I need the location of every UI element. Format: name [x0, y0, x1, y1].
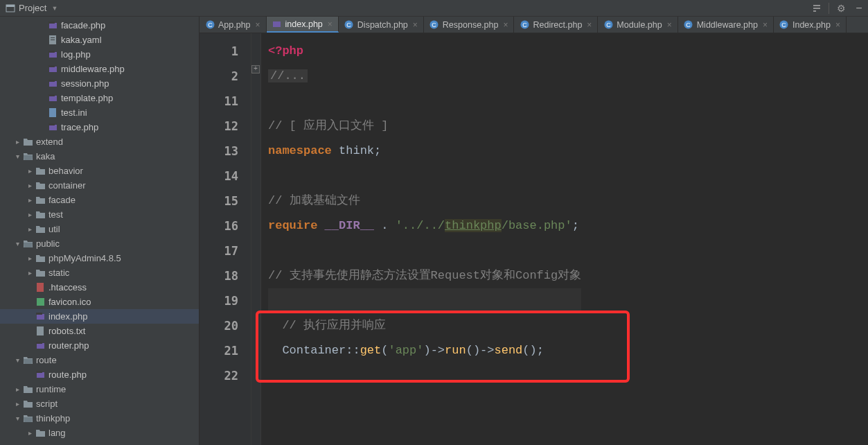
code-line [268, 89, 581, 114]
file-router.php[interactable]: router.php [0, 338, 199, 353]
code-line: //... [268, 64, 581, 89]
folder-extend[interactable]: extend [0, 134, 199, 149]
editor-tab-Redirect-php[interactable]: CRedirect.php× [514, 17, 598, 33]
folder-public[interactable]: public [0, 236, 199, 251]
line-number: 2 [200, 64, 238, 89]
tab-close-icon[interactable]: × [256, 20, 260, 30]
tab-label: Response.php [443, 20, 499, 30]
tree-item-label: util [48, 224, 60, 234]
folder-icon [35, 428, 46, 439]
file-trace.php[interactable]: trace.php [0, 120, 199, 134]
folder-script[interactable]: script [0, 396, 199, 411]
tab-close-icon[interactable]: × [413, 20, 418, 30]
gear-icon: ⚙ [837, 3, 846, 14]
editor-tab-Response-php[interactable]: CResponse.php× [424, 17, 515, 33]
file-kaka.yaml[interactable]: kaka.yaml [0, 33, 199, 47]
svg-rect-21 [36, 313, 42, 315]
file-template.php[interactable]: template.php [0, 91, 199, 105]
php-file-icon [47, 49, 58, 60]
line-number: 16 [200, 213, 238, 238]
tree-arrow-icon [25, 429, 35, 437]
tab-close-icon[interactable]: × [763, 20, 768, 30]
tab-close-icon[interactable]: × [503, 20, 508, 30]
tab-label: index.php [285, 19, 323, 29]
folder-icon [35, 209, 46, 220]
folder-test[interactable]: test [0, 207, 199, 222]
editor-tab-index-php[interactable]: index.php× [267, 17, 339, 33]
php-file-icon [35, 369, 46, 381]
svg-text:C: C [522, 21, 527, 28]
tree-item-label: public [36, 238, 60, 249]
tab-close-icon[interactable]: × [587, 20, 592, 30]
editor-tab-Index-php[interactable]: CIndex.php× [774, 17, 847, 33]
code-line: // 执行应用并响应 [268, 313, 581, 338]
ico-file-icon [35, 297, 46, 308]
file-favicon.ico[interactable]: favicon.ico [0, 295, 199, 309]
tab-close-icon[interactable]: × [328, 19, 333, 29]
hide-button[interactable]: − [850, 0, 868, 17]
minus-icon: − [856, 2, 862, 15]
folder-icon [35, 195, 46, 206]
file-facade.php[interactable]: facade.php [0, 18, 199, 33]
svg-rect-7 [49, 52, 57, 58]
svg-rect-20 [37, 314, 44, 320]
settings-button[interactable]: ⚙ [832, 0, 850, 17]
file-log.php[interactable]: log.php [0, 47, 199, 62]
fold-expand-button[interactable]: + [251, 65, 260, 73]
editor-tab-Dispatch-php[interactable]: CDispatch.php× [339, 17, 424, 33]
code-content[interactable]: <?php //... // [ 应用入口文件 ] namespace thin… [261, 33, 588, 445]
folder-thinkphp[interactable]: thinkphp [0, 411, 199, 426]
file-index.php[interactable]: index.php [0, 309, 199, 324]
php-file-icon [272, 19, 282, 29]
tree-arrow-icon [12, 400, 22, 408]
folder-icon [35, 268, 46, 279]
code-line [268, 164, 581, 189]
code-line: namespace think; [268, 139, 581, 164]
folder-phpMyAdmin4.8.5[interactable]: phpMyAdmin4.8.5 [0, 251, 199, 265]
folder-util[interactable]: util [0, 222, 199, 236]
file-test.ini[interactable]: test.ini [0, 105, 199, 120]
editor-tab-Middleware-php[interactable]: CMiddleware.php× [678, 17, 774, 33]
code-line: // 支持事先使用静态方法设置Request对象和Config对象 [268, 263, 581, 288]
folder-lang[interactable]: lang [0, 426, 199, 440]
editor-tab-Module-php[interactable]: CModule.php× [598, 17, 677, 33]
tree-item-label: session.php [61, 78, 109, 89]
tab-close-icon[interactable]: × [667, 20, 672, 30]
project-icon [6, 3, 15, 13]
folder-facade[interactable]: facade [0, 193, 199, 207]
tree-item-label: script [36, 399, 57, 409]
folder-route[interactable]: route [0, 353, 199, 367]
svg-rect-8 [48, 51, 55, 53]
file-.htaccess[interactable]: .htaccess [0, 280, 199, 295]
file-session.php[interactable]: session.php [0, 76, 199, 91]
tree-item-label: facade [48, 195, 76, 205]
folder-behavior[interactable]: behavior [0, 164, 199, 178]
tree-item-label: behavior [48, 166, 83, 176]
folder-static[interactable]: static [0, 265, 199, 280]
svg-rect-17 [48, 123, 55, 125]
tree-item-label: extend [36, 137, 63, 147]
file-middleware.php[interactable]: middleware.php [0, 62, 199, 76]
tree-item-label: test.ini [61, 107, 87, 118]
line-number: 22 [200, 363, 238, 388]
editor-body[interactable]: 12111213141516171819202122 + <?php //...… [200, 33, 868, 445]
folder-container[interactable]: container [0, 178, 199, 193]
file-robots.txt[interactable]: robots.txt [0, 324, 199, 338]
file-route.php[interactable]: route.php [0, 367, 199, 382]
editor-area: CApp.php×index.php×CDispatch.php×CRespon… [200, 17, 868, 445]
folder-icon [35, 180, 46, 191]
class-file-icon: C [344, 20, 354, 30]
code-line: require __DIR__ . '../../thinkphp/base.p… [268, 213, 581, 238]
svg-rect-12 [48, 80, 55, 82]
folder-kaka[interactable]: kaka [0, 149, 199, 164]
project-tree-panel[interactable]: facade.php kaka.yaml log.php middleware.… [0, 17, 200, 445]
folder-runtime[interactable]: runtime [0, 382, 199, 396]
editor-tab-App-php[interactable]: CApp.php× [200, 17, 267, 33]
svg-text:C: C [606, 21, 611, 28]
tree-arrow-icon [25, 371, 35, 378]
project-panel-tab[interactable]: Project ▼ [0, 0, 63, 16]
folder-icon [35, 224, 46, 235]
collapse-button[interactable] [808, 0, 826, 17]
tab-close-icon[interactable]: × [835, 20, 840, 30]
ini-file-icon [47, 107, 58, 119]
